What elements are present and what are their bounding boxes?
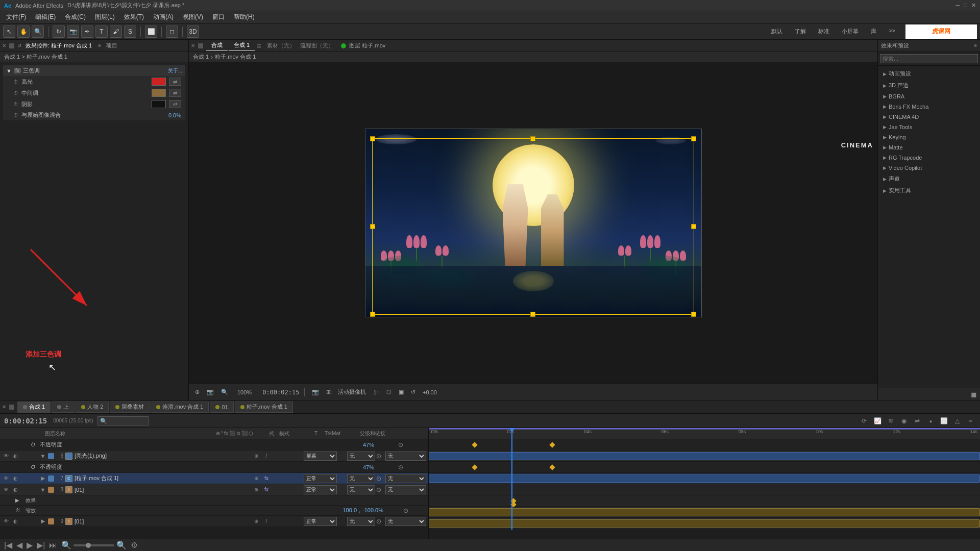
layer-8-parent[interactable]: 无 (385, 485, 426, 494)
layer-7-parent[interactable]: 无 (385, 474, 426, 483)
tab-flowchart[interactable]: 流程图（无） (300, 42, 334, 49)
timeline-current-time[interactable]: 0:00:02:15 (4, 417, 47, 425)
tool-markers[interactable]: ⬧ (925, 415, 936, 427)
handle-tr[interactable] (691, 136, 696, 141)
workspace-small[interactable]: 小屏幕 (838, 27, 863, 36)
layer-6-audio[interactable]: ◐ (11, 452, 19, 460)
fx-toggle[interactable]: fx (14, 68, 21, 73)
layer-6-solo[interactable] (20, 452, 29, 460)
handle-ml[interactable] (370, 224, 375, 229)
zoom-in[interactable]: 🔍 (116, 540, 127, 550)
layer-9-parent[interactable]: 无 (385, 517, 426, 526)
timeline-close[interactable]: ✕ (2, 404, 6, 410)
zoom-slider[interactable] (74, 544, 114, 546)
layer-9-audio[interactable]: ◐ (11, 517, 19, 525)
category-sound[interactable]: ▶ 声道 (880, 173, 978, 185)
tool-solo-mode[interactable]: ◉ (898, 415, 910, 427)
highlight-color-swatch[interactable] (152, 78, 166, 86)
switch-8-1[interactable]: ⊕ (252, 485, 261, 494)
workspace-learn[interactable]: 了解 (791, 27, 810, 36)
switch-9-1[interactable]: ⊕ (252, 517, 261, 526)
workspace-more[interactable]: >> (885, 27, 899, 36)
switch-8-fx[interactable]: fx (262, 485, 271, 494)
tab-composition[interactable]: 合成 (206, 40, 228, 51)
effects-search-input[interactable] (880, 54, 978, 63)
layer-9-trk[interactable]: 无 (347, 517, 375, 526)
layer-8-trk[interactable]: 无 (347, 485, 375, 494)
playhead[interactable] (511, 428, 512, 530)
layer-9-solo[interactable] (20, 517, 29, 525)
bottom-tab-figure2[interactable]: 人物 2 (76, 402, 109, 413)
category-cinema4d[interactable]: ▶ CINEMA 4D (880, 112, 978, 122)
preview-btn-transport-area[interactable]: ⊕ (193, 388, 202, 396)
category-animation-presets[interactable]: ▶ 动画预设 (880, 68, 978, 80)
bottom-tab-comp1[interactable]: 合成 1 (17, 402, 51, 413)
preview-reset[interactable]: ↺ (409, 388, 418, 396)
tab-project[interactable]: 项目 (106, 42, 117, 49)
layer-6-name[interactable]: [亮光(1).png] (75, 452, 251, 460)
tool-shape[interactable]: ⬜ (145, 26, 157, 38)
switch-6-2[interactable]: / (262, 452, 271, 461)
switch-6-1[interactable]: ⊕ (252, 452, 261, 461)
layer-6-mode[interactable]: 屏幕 正常 (304, 452, 337, 461)
workspace-standard[interactable]: 标准 (814, 27, 834, 36)
layer-7-timer[interactable]: ⏱ (31, 464, 39, 470)
menu-effects[interactable]: 效果(T) (120, 12, 148, 22)
tool-hand[interactable]: ✋ (17, 26, 30, 38)
switch-9-2[interactable]: / (262, 517, 271, 526)
tool-zoom[interactable]: 🔍 (32, 26, 44, 38)
blend-timer-icon[interactable]: ⏱ (13, 112, 18, 118)
right-panel-menu[interactable]: ≡ (974, 43, 977, 48)
shadow-color-swatch[interactable] (152, 100, 166, 108)
layer-9-lock[interactable] (30, 517, 38, 525)
keyframe-7-2[interactable] (549, 464, 555, 470)
bottom-tab-particles[interactable]: 粒子.mov 合成 1 (235, 402, 293, 413)
preview-more[interactable]: +0.00 (421, 388, 439, 396)
nav-prev[interactable]: ◀ (16, 540, 22, 550)
tool-select[interactable]: ↖ (3, 26, 15, 38)
keyframe-7-1[interactable] (472, 464, 478, 470)
layer-7-trk[interactable]: 无 (347, 474, 375, 483)
tool-text[interactable]: T (95, 26, 108, 38)
handle-tm[interactable] (530, 136, 535, 141)
menu-composition[interactable]: 合成(C) (61, 12, 90, 22)
tool-3d[interactable]: 3D (187, 26, 199, 38)
zoom-out[interactable]: 🔍 (61, 540, 71, 550)
keyframe-6-2[interactable] (549, 442, 555, 447)
preview-3d[interactable]: ⬡ (384, 388, 394, 396)
tool-pen[interactable]: ✒ (81, 26, 93, 38)
layer-7-audio[interactable]: ◐ (11, 474, 19, 483)
preview-channel[interactable]: 1↑ (371, 388, 381, 396)
nav-next[interactable]: ▶| (37, 540, 45, 550)
menu-layer[interactable]: 图层(L) (91, 12, 119, 22)
midtone-timer-icon[interactable]: ⏱ (13, 90, 18, 96)
layer-7-solo[interactable] (20, 474, 29, 483)
category-trapcode[interactable]: ▶ RG Trapcode (880, 153, 978, 163)
tool-null[interactable]: ⬜ (938, 415, 949, 427)
layer-6-opacity-val[interactable]: 47% (363, 442, 374, 448)
shadow-timer-icon[interactable]: ⏱ (13, 102, 18, 107)
timeline-settings[interactable]: ⚙ (131, 540, 138, 550)
workspace-library[interactable]: 库 (867, 27, 880, 36)
left-panel-close[interactable]: ✕ (2, 43, 6, 48)
effect-about[interactable]: 关于... (168, 67, 182, 74)
layer-8-vis[interactable]: 👁 (2, 486, 10, 494)
bottom-tab-01[interactable]: 01 (210, 402, 233, 413)
menu-file[interactable]: 文件(F) (2, 12, 30, 22)
layer-7-name[interactable]: [粒子.mov 合成 1] (75, 474, 251, 482)
preview-breadcrumb-comp1[interactable]: 合成 1 (193, 53, 209, 61)
preview-btn-magnifier[interactable]: 🔍 (219, 388, 230, 396)
effect-group-header[interactable]: ▼ fx 三色调 关于... (3, 65, 185, 76)
highlight-swatch-arrows[interactable]: ⇄ (169, 78, 181, 86)
tab-effects-label[interactable]: 效果控件: 粒子.mov 合成 1 (22, 42, 95, 49)
category-matte[interactable]: ▶ Matte (880, 142, 978, 153)
tool-cc[interactable]: ≈ (965, 415, 976, 427)
tool-motion-blur[interactable]: ≋ (885, 415, 896, 427)
midtone-color-swatch[interactable] (152, 89, 166, 97)
scale-val-8[interactable]: 100.0，-100.0% (343, 507, 384, 514)
zoom-thumb[interactable] (86, 543, 91, 548)
tool-mask[interactable]: ◻ (166, 26, 178, 38)
category-jae[interactable]: ▶ Jae Tools (880, 122, 978, 132)
timeline-search-input[interactable] (97, 416, 149, 425)
tool-clone[interactable]: S (124, 26, 136, 38)
